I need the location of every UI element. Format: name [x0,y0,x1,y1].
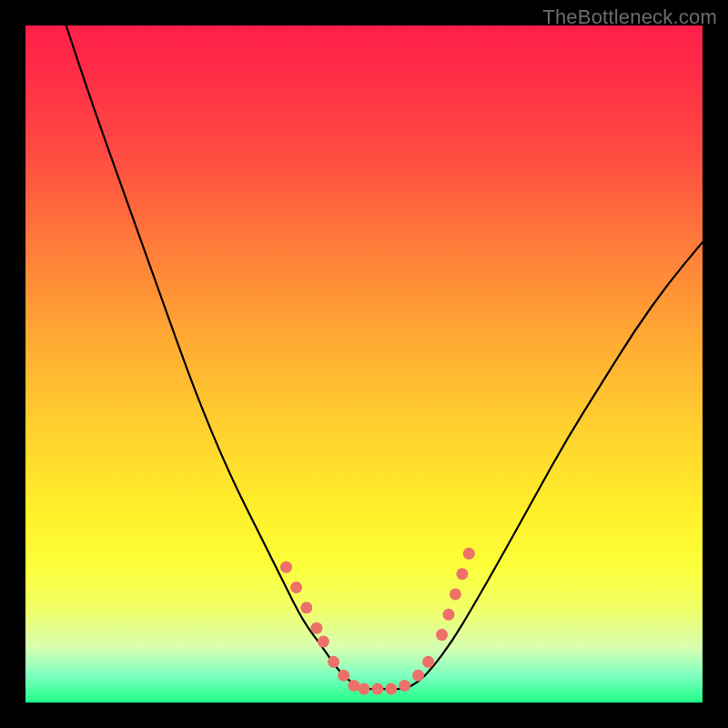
curve-group [66,25,703,689]
bottleneck-curve [66,25,703,689]
data-marker [310,622,322,634]
marker-group [280,548,475,695]
data-marker [300,602,312,613]
curve-layer [25,25,703,703]
data-marker [443,609,455,621]
data-marker [359,683,370,695]
data-marker [371,683,383,695]
data-marker [318,636,329,648]
data-marker [290,581,302,593]
data-marker [280,561,292,573]
data-marker [385,683,397,695]
data-marker [338,670,349,682]
data-marker [399,680,410,692]
data-marker [422,656,434,668]
data-marker [456,568,468,580]
data-marker [348,680,359,692]
data-marker [328,656,339,668]
plot-area [25,25,703,703]
outer-frame: TheBottleneck.com [0,0,728,728]
watermark-text: TheBottleneck.com [542,5,717,29]
data-marker [463,548,475,560]
data-marker [436,629,448,641]
data-marker [412,670,424,682]
data-marker [450,588,461,600]
